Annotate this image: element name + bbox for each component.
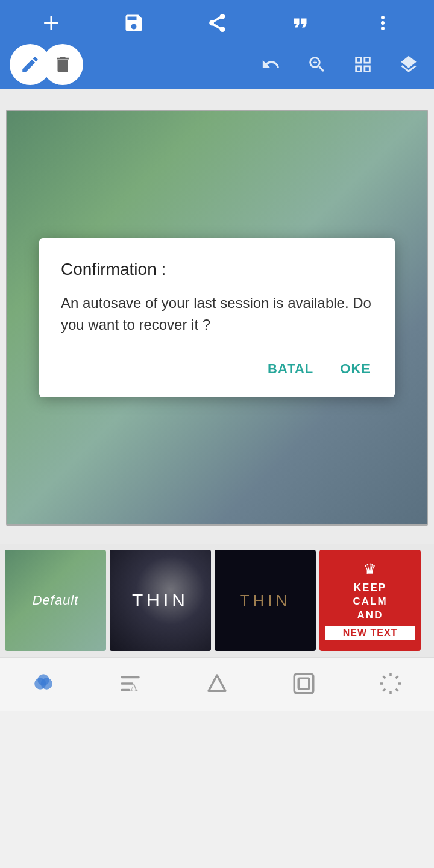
template-thumb-thin2[interactable]: THIN bbox=[215, 550, 316, 651]
svg-line-12 bbox=[396, 688, 398, 691]
undo-button[interactable] bbox=[256, 49, 287, 80]
poster-canvas[interactable]: Confirmation : An autosave of your last … bbox=[6, 110, 428, 526]
more-button[interactable] bbox=[367, 7, 398, 39]
save-button[interactable] bbox=[118, 7, 149, 39]
svg-line-11 bbox=[383, 676, 386, 678]
zoom-button[interactable] bbox=[301, 49, 333, 80]
nav-shape[interactable] bbox=[193, 665, 241, 702]
keepcalm-line2: CALM bbox=[353, 596, 387, 608]
toolbar-row-1 bbox=[0, 0, 434, 45]
bottom-nav: A bbox=[0, 657, 434, 711]
template-label-default: Default bbox=[33, 593, 79, 608]
template-label-thin2: THIN bbox=[240, 591, 291, 610]
keepcalm-newtext: NEW TEXT bbox=[326, 626, 415, 640]
quote-button[interactable] bbox=[285, 7, 316, 39]
nav-frame[interactable] bbox=[280, 665, 328, 702]
layers-button[interactable] bbox=[393, 49, 424, 80]
template-thumb-keepcalm[interactable]: ♛ KEEP CALM AND NEW TEXT bbox=[319, 550, 421, 651]
nav-effect[interactable] bbox=[366, 665, 415, 702]
template-thumb-thin1[interactable]: THIN bbox=[110, 550, 211, 651]
edit-button[interactable] bbox=[10, 44, 51, 85]
secondary-toolbar-icons bbox=[256, 49, 424, 80]
top-toolbar bbox=[0, 0, 434, 89]
svg-rect-6 bbox=[298, 678, 309, 689]
template-label-thin1: THIN bbox=[132, 590, 189, 611]
dialog-title: Confirmation : bbox=[61, 260, 373, 279]
keepcalm-line3: AND bbox=[357, 609, 383, 621]
dialog-overlay: Confirmation : An autosave of your last … bbox=[7, 111, 427, 524]
add-button[interactable] bbox=[36, 7, 67, 39]
grid-button[interactable] bbox=[347, 49, 379, 80]
template-strip: Default THIN THIN ♛ KEEP CALM AND NEW TE… bbox=[0, 544, 434, 657]
svg-line-14 bbox=[396, 676, 398, 678]
svg-point-2 bbox=[38, 675, 49, 685]
canvas-area: Confirmation : An autosave of your last … bbox=[0, 89, 434, 544]
crown-icon: ♛ bbox=[363, 561, 377, 577]
svg-line-13 bbox=[383, 688, 386, 691]
confirmation-dialog: Confirmation : An autosave of your last … bbox=[39, 238, 395, 397]
dialog-actions: BATAL OKE bbox=[61, 357, 373, 380]
edit-delete-group bbox=[10, 44, 83, 85]
toolbar-row-2 bbox=[0, 45, 434, 89]
cancel-button[interactable]: BATAL bbox=[265, 357, 316, 380]
nav-text[interactable]: A bbox=[106, 665, 154, 702]
nav-blend[interactable] bbox=[19, 665, 68, 702]
svg-marker-4 bbox=[209, 675, 225, 691]
ok-button[interactable]: OKE bbox=[338, 357, 373, 380]
share-button[interactable] bbox=[201, 7, 233, 39]
template-thumb-default[interactable]: Default bbox=[5, 550, 106, 651]
svg-text:A: A bbox=[130, 681, 138, 693]
dialog-body: An autosave of your last session is avai… bbox=[61, 292, 373, 336]
keepcalm-line1: KEEP bbox=[354, 582, 386, 594]
svg-rect-5 bbox=[294, 674, 313, 693]
